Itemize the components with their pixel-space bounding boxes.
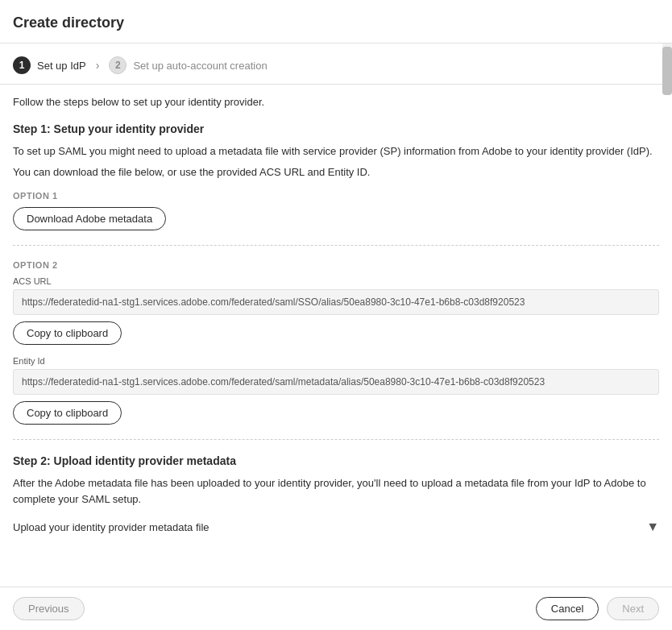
previous-button[interactable]: Previous xyxy=(13,597,85,620)
entity-id-label: Entity Id xyxy=(13,356,659,366)
divider-after-option2 xyxy=(13,439,659,440)
step-2-item: 2 Set up auto-account creation xyxy=(109,56,267,74)
footer: Previous Cancel Next xyxy=(0,586,672,630)
main-content: 1 Set up IdP › 2 Set up auto-account cre… xyxy=(0,44,672,630)
option2-label: OPTION 2 xyxy=(13,260,659,270)
page-container: Create directory 1 Set up IdP › 2 Set up… xyxy=(0,0,672,630)
step2-heading: Step 2: Upload identity provider metadat… xyxy=(13,454,659,467)
acs-url-value: https://federatedid-na1-stg1.services.ad… xyxy=(13,289,659,315)
page-title: Create directory xyxy=(0,0,672,44)
step1-heading: Step 1: Setup your identity provider xyxy=(13,122,659,135)
scrollbar-track[interactable] xyxy=(662,44,672,84)
step-1-item: 1 Set up IdP xyxy=(13,56,86,74)
scrollbar-thumb[interactable] xyxy=(662,47,672,95)
upload-row[interactable]: Upload your identity provider metadata f… xyxy=(13,516,659,537)
intro-text: Follow the steps below to set up your id… xyxy=(13,96,659,108)
download-adobe-metadata-button[interactable]: Download Adobe metadata xyxy=(13,207,166,230)
footer-right: Cancel Next xyxy=(536,597,659,620)
upload-label: Upload your identity provider metadata f… xyxy=(13,521,209,533)
step1-description1: To set up SAML you might need to upload … xyxy=(13,143,659,160)
step-1-circle: 1 xyxy=(13,56,31,74)
entity-id-value: https://federatedid-na1-stg1.services.ad… xyxy=(13,369,659,395)
content-area: Follow the steps below to set up your id… xyxy=(0,85,672,586)
cancel-button[interactable]: Cancel xyxy=(536,597,599,620)
step1-description2: You can download the file below, or use … xyxy=(13,164,659,180)
divider-between-options xyxy=(13,245,659,246)
next-button[interactable]: Next xyxy=(607,597,659,620)
copy-to-clipboard-button-2[interactable]: Copy to clipboard xyxy=(13,401,122,425)
wizard-steps: 1 Set up IdP › 2 Set up auto-account cre… xyxy=(0,44,672,85)
step-1-label: Set up IdP xyxy=(37,60,86,72)
step-2-circle: 2 xyxy=(109,56,127,74)
step2-description: After the Adobe metadata file has been u… xyxy=(13,475,659,507)
option1-label: OPTION 1 xyxy=(13,191,659,201)
copy-to-clipboard-button-1[interactable]: Copy to clipboard xyxy=(13,321,122,345)
dropdown-arrow-icon[interactable]: ▼ xyxy=(646,520,659,534)
step-2-label: Set up auto-account creation xyxy=(133,60,267,72)
acs-url-label: ACS URL xyxy=(13,276,659,286)
step-arrow-icon: › xyxy=(96,59,100,72)
